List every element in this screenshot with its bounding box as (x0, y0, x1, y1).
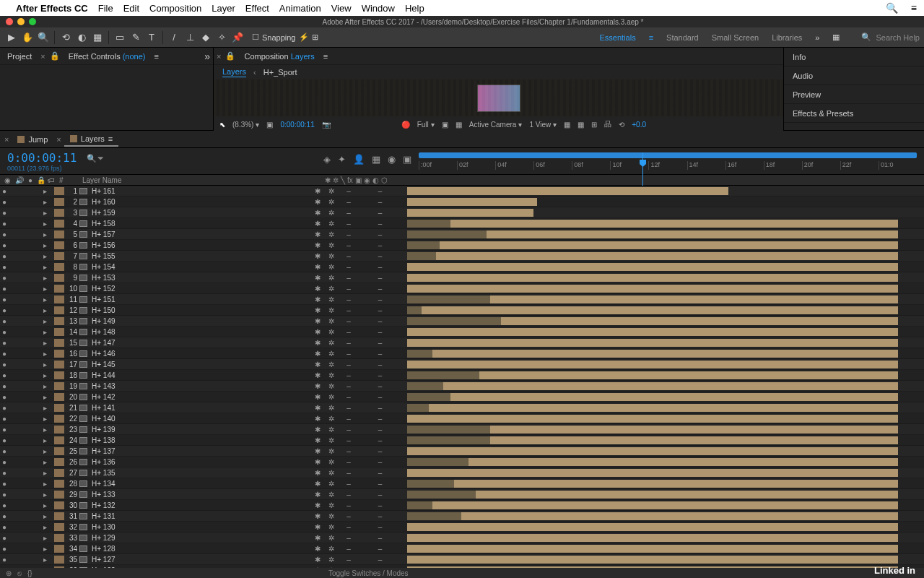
video-eye-icon[interactable]: ● (0, 415, 9, 423)
layer-bar-track[interactable] (407, 186, 924, 197)
twirl-icon[interactable]: ▸ (43, 252, 52, 260)
layer-switches[interactable]: ✱ ✲ – – (313, 426, 407, 434)
resolution-popup[interactable]: Full ▾ (417, 121, 435, 129)
clone-tool-icon[interactable]: ⊥ (183, 30, 197, 45)
layer-switches[interactable]: ✱ ✲ – – (313, 393, 407, 401)
layer-bar-track[interactable] (407, 457, 924, 467)
layer-row[interactable]: ●▸34H+ 128✱ ✲ – – (0, 543, 924, 554)
layer-bar-track[interactable] (407, 262, 924, 272)
video-eye-icon[interactable]: ● (0, 491, 9, 499)
layer-bar-track[interactable] (407, 197, 924, 207)
switch-icon[interactable]: ✲ (333, 176, 339, 184)
layer-name[interactable]: H+ 149 (90, 317, 313, 325)
label-color[interactable] (54, 230, 64, 238)
layer-row[interactable]: ●▸35H+ 127✱ ✲ – – (0, 554, 924, 565)
layer-bar-track[interactable] (407, 316, 924, 327)
work-area-bar[interactable] (419, 152, 917, 158)
twirl-icon[interactable]: ▸ (43, 458, 52, 466)
layer-bar-track[interactable] (407, 359, 924, 370)
layer-bar-track[interactable] (407, 402, 924, 413)
layer-name-header[interactable]: Layer Name (79, 175, 325, 185)
layer-row[interactable]: ●▸22H+ 140✱ ✲ – – (0, 413, 924, 424)
twirl-icon[interactable]: ▸ (43, 339, 52, 347)
video-eye-icon[interactable]: ● (0, 241, 9, 249)
video-eye-icon[interactable]: ● (0, 512, 9, 520)
toggle-switches-icon[interactable]: {} (27, 569, 32, 577)
layer-bar-track[interactable] (407, 327, 924, 337)
video-eye-icon[interactable]: ● (0, 350, 9, 358)
switch-icon[interactable]: ⬡ (381, 176, 388, 184)
twirl-icon[interactable]: ▸ (43, 285, 52, 293)
layer-row[interactable]: ●▸20H+ 142✱ ✲ – – (0, 392, 924, 402)
twirl-icon[interactable]: ▸ (43, 415, 52, 423)
breadcrumb-layers[interactable]: Layers (222, 67, 246, 77)
layer-name[interactable]: H+ 132 (90, 501, 313, 509)
layer-name[interactable]: H+ 128 (90, 545, 313, 553)
twirl-icon[interactable]: ▸ (43, 404, 52, 412)
zoom-tool-icon[interactable]: 🔍 (36, 30, 51, 45)
label-color[interactable] (54, 534, 64, 542)
motion-blur-icon[interactable]: ◉ (388, 154, 396, 165)
layer-name[interactable]: H+ 153 (90, 274, 313, 282)
label-header-icon[interactable]: 🏷 (48, 176, 55, 184)
layer-bar-track[interactable] (407, 511, 924, 522)
layer-name[interactable]: H+ 136 (90, 458, 313, 466)
effect-controls-tab[interactable]: Effect Controls (none) (64, 50, 150, 63)
video-eye-icon[interactable]: ● (0, 285, 9, 293)
transparency-icon[interactable]: ▦ (456, 121, 462, 129)
video-eye-icon[interactable]: ● (0, 328, 9, 336)
twirl-icon[interactable]: ▸ (43, 198, 52, 206)
layer-name[interactable]: H+ 161 (90, 187, 313, 195)
label-color[interactable] (54, 317, 64, 325)
video-eye-icon[interactable]: ● (0, 296, 9, 303)
video-eye-icon[interactable]: ● (0, 371, 9, 379)
label-color[interactable] (54, 241, 64, 249)
video-eye-icon[interactable]: ● (0, 447, 9, 455)
draft-3d-icon[interactable]: ✦ (338, 154, 346, 165)
layer-name[interactable]: H+ 159 (90, 209, 313, 217)
video-eye-icon[interactable]: ● (0, 187, 9, 195)
video-eye-icon[interactable]: ● (0, 534, 9, 542)
twirl-icon[interactable]: ▸ (43, 263, 52, 271)
video-eye-icon[interactable]: ● (0, 545, 9, 553)
layer-bar-track[interactable] (407, 413, 924, 424)
layer-bar-track[interactable] (407, 424, 924, 435)
layer-row[interactable]: ●▸12H+ 150✱ ✲ – – (0, 305, 924, 316)
video-eye-icon[interactable]: ● (0, 382, 9, 390)
index-header[interactable]: # (59, 176, 64, 184)
switch-icon[interactable]: ◉ (364, 176, 370, 184)
tab-close-icon[interactable]: × (40, 52, 45, 61)
layer-switches[interactable]: ✱ ✲ – – (313, 317, 407, 325)
twirl-icon[interactable]: ▸ (43, 545, 52, 553)
close-window-icon[interactable] (6, 18, 13, 25)
layer-bar-track[interactable] (407, 229, 924, 240)
preview-panel[interactable]: Preview (784, 85, 924, 104)
orbit-tool-icon[interactable]: ⟲ (58, 30, 73, 45)
views-popup[interactable]: 1 View ▾ (529, 121, 557, 129)
timecode-display[interactable]: 0:00:00:11 (280, 121, 314, 129)
layer-switches[interactable]: ✱ ✲ – – (313, 436, 407, 444)
workspace-standard[interactable]: Standard (666, 33, 699, 42)
twirl-icon[interactable]: ▸ (43, 274, 52, 282)
switch-icon[interactable]: ╲ (341, 176, 345, 184)
resolution-icon[interactable]: ▣ (266, 121, 273, 129)
layer-bar-track[interactable] (407, 435, 924, 446)
workspace-essentials[interactable]: Essentials (600, 33, 636, 42)
layer-bar-track[interactable] (407, 381, 924, 392)
menu-animation[interactable]: Animation (279, 3, 321, 14)
layer-name[interactable]: H+ 142 (90, 393, 313, 401)
layer-bar-track[interactable] (407, 478, 924, 489)
label-color[interactable] (54, 339, 64, 347)
layer-row[interactable]: ●▸4H+ 158✱ ✲ – – (0, 218, 924, 229)
layer-switches[interactable]: ✱ ✲ – – (313, 328, 407, 336)
label-color[interactable] (54, 545, 64, 553)
layer-bar-track[interactable] (407, 522, 924, 532)
menu-edit[interactable]: Edit (123, 3, 139, 14)
layer-bar-track[interactable] (407, 392, 924, 402)
layer-row[interactable]: ●▸17H+ 145✱ ✲ – – (0, 359, 924, 370)
label-color[interactable] (54, 512, 64, 520)
current-time[interactable]: 0:00:00:11 (7, 151, 77, 165)
twirl-icon[interactable]: ▸ (43, 556, 52, 564)
layer-switches[interactable]: ✱ ✲ – – (313, 534, 407, 542)
composition-tab[interactable]: Composition Layers (240, 50, 318, 63)
